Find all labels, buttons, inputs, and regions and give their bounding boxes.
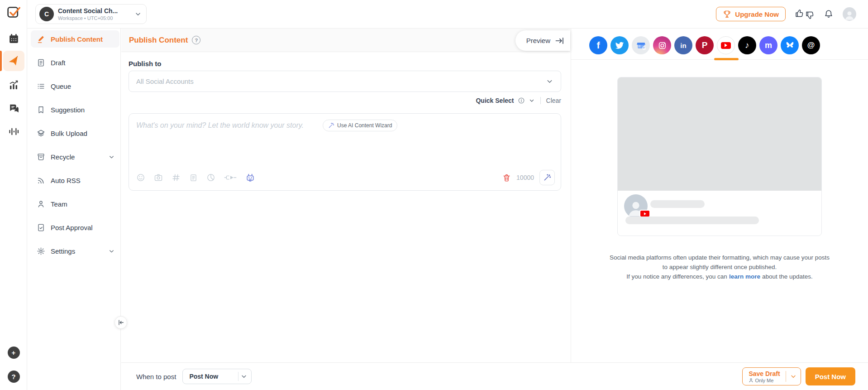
upgrade-now-label: Upgrade Now <box>735 10 779 18</box>
platform-tabs: f G in P ♪ m @ <box>571 29 868 60</box>
composer-toolbar: 10000 <box>136 170 555 185</box>
calendar-icon[interactable] <box>0 31 27 46</box>
add-button[interactable]: + <box>0 346 27 359</box>
post-composer[interactable]: What's on your mind? Let the world know … <box>129 113 561 191</box>
magic-wand-button[interactable] <box>539 170 555 185</box>
chevron-down-icon <box>134 10 142 18</box>
platform-mastodon[interactable]: m <box>759 36 777 54</box>
publish-plane-icon[interactable] <box>0 53 27 70</box>
sidebar-item-label: Draft <box>51 59 66 67</box>
bookmark-icon <box>36 106 45 114</box>
sidebar-item-auto-rss[interactable]: Auto RSS <box>31 172 119 189</box>
platform-instagram[interactable] <box>653 36 671 54</box>
topbar: C Content Social Ch... Workspace • UTC+0… <box>27 0 868 29</box>
sidebar-item-post-approval[interactable]: Post Approval <box>31 219 119 236</box>
app-logo-icon[interactable] <box>0 4 27 20</box>
quick-select-label[interactable]: Quick Select <box>476 97 514 104</box>
google-g: G <box>642 46 646 51</box>
notes-icon[interactable] <box>189 173 198 182</box>
platform-twitter[interactable] <box>610 36 629 54</box>
platform-pinterest[interactable]: P <box>696 36 714 54</box>
platform-google-business[interactable]: G <box>632 36 650 54</box>
person-icon <box>36 200 45 208</box>
notifications-bell-icon[interactable] <box>824 9 834 19</box>
save-draft-label: Save Draft <box>749 370 780 377</box>
chevron-down-icon[interactable] <box>529 97 535 104</box>
help-button[interactable]: ? <box>0 370 27 383</box>
publish-to-label: Publish to <box>129 60 561 67</box>
sidebar-item-label: Suggestion <box>51 106 85 114</box>
main-content: Publish Content ? Preview Publish to All… <box>121 29 570 362</box>
sidebar-item-suggestion[interactable]: Suggestion <box>31 101 119 118</box>
sidebar-item-label: Publish Content <box>51 35 103 43</box>
pie-schedule-icon[interactable] <box>206 173 215 182</box>
platform-youtube[interactable] <box>717 36 735 54</box>
sidebar-collapse-button[interactable] <box>114 316 127 329</box>
ai-wizard-label: Use AI Content Wizard <box>337 122 392 129</box>
platform-threads[interactable]: @ <box>802 36 820 54</box>
trophy-icon <box>723 10 731 19</box>
disclaimer-line: Social media platforms often update thei… <box>571 253 868 262</box>
post-now-button[interactable]: Post Now <box>806 367 855 385</box>
sidebar-item-recycle[interactable]: Recycle <box>31 148 119 165</box>
sidebar-item-publish-content[interactable]: Publish Content <box>31 30 119 48</box>
character-count: 10000 <box>516 174 534 181</box>
learn-more-link[interactable]: learn more <box>729 273 760 280</box>
sidebar-item-bulk-upload[interactable]: Bulk Upload <box>31 125 119 142</box>
upgrade-now-button[interactable]: Upgrade Now <box>716 7 786 21</box>
sidebar-item-label: Team <box>51 200 67 208</box>
chevron-down-icon <box>546 77 553 85</box>
social-accounts-select[interactable]: All Social Accounts <box>129 71 561 92</box>
sidebar-item-label: Recycle <box>51 153 75 161</box>
platform-facebook[interactable]: f <box>589 36 607 54</box>
thumbs-down-icon[interactable] <box>805 10 815 20</box>
camera-media-icon[interactable] <box>154 173 163 182</box>
ai-robot-icon[interactable] <box>245 173 255 183</box>
sidebar-item-label: Auto RSS <box>51 177 81 184</box>
disclaimer-line: If you notice any differences, you canle… <box>571 272 868 281</box>
feedback-buttons <box>795 9 815 20</box>
when-to-post-label: When to post <box>136 373 176 380</box>
sidebar-item-queue[interactable]: Queue <box>31 77 119 95</box>
preview-panel: f G in P ♪ m @ <box>571 29 868 362</box>
preview-toggle-button[interactable]: Preview <box>515 30 570 51</box>
inbox-chat-icon[interactable] <box>0 101 27 116</box>
disclaimer-line: to appear slightly different once publis… <box>571 262 868 272</box>
composer-placeholder: What's on your mind? Let the world know … <box>136 121 304 130</box>
preview-label: Preview <box>526 37 550 44</box>
save-draft-button[interactable]: Save Draft Only Me <box>742 367 801 385</box>
chevron-down-icon <box>108 154 115 160</box>
publish-section: Publish to All Social Accounts Quick Sel… <box>121 52 570 191</box>
ai-content-wizard-button[interactable]: Use AI Content Wizard <box>323 120 397 131</box>
chevron-down-icon <box>790 373 797 380</box>
app-rail: + ? <box>0 0 27 390</box>
clear-button[interactable]: Clear <box>546 97 561 104</box>
post-title-skeleton <box>625 217 759 224</box>
user-avatar[interactable] <box>843 7 856 21</box>
emoji-icon[interactable] <box>136 173 145 182</box>
media-placeholder <box>618 77 821 191</box>
info-icon[interactable] <box>518 97 525 104</box>
utm-plug-icon[interactable] <box>224 173 237 182</box>
help-icon[interactable]: ? <box>192 36 200 44</box>
accounts-placeholder: All Social Accounts <box>136 77 194 85</box>
hashtag-icon[interactable] <box>172 173 181 182</box>
workspace-name: Content Social Ch... <box>58 7 134 14</box>
divider <box>540 97 541 104</box>
selected-platform-indicator <box>714 58 739 60</box>
document-check-icon <box>36 223 45 232</box>
trash-icon[interactable] <box>502 173 511 182</box>
sidebar-item-draft[interactable]: Draft <box>31 54 119 71</box>
sidebar-item-team[interactable]: Team <box>31 195 119 212</box>
listening-waveform-icon[interactable] <box>0 124 27 139</box>
platform-linkedin[interactable]: in <box>674 36 692 54</box>
platform-bluesky[interactable] <box>781 36 799 54</box>
save-draft-visibility: Only Me <box>755 378 773 383</box>
thumbs-up-icon[interactable] <box>795 9 804 18</box>
when-to-post-select[interactable]: Post Now <box>182 369 252 384</box>
workspace-selector[interactable]: C Content Social Ch... Workspace • UTC+0… <box>35 4 147 24</box>
sidebar-item-settings[interactable]: Settings <box>31 242 119 260</box>
platform-tiktok[interactable]: ♪ <box>738 36 756 54</box>
person-icon <box>749 378 754 383</box>
analytics-icon[interactable] <box>0 78 27 92</box>
